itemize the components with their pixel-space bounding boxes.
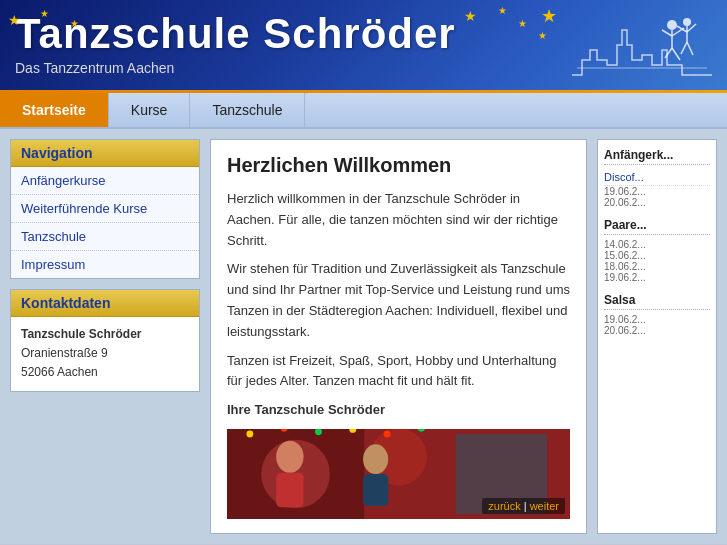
right-date: 18.06.2... bbox=[604, 261, 710, 272]
contact-street: Oranienstraße 9 bbox=[21, 344, 189, 363]
main-title: Herzlichen Willkommen bbox=[227, 154, 570, 177]
sidebar-link-impressum[interactable]: Impressum bbox=[11, 251, 199, 278]
star-decoration: ★ bbox=[518, 18, 527, 29]
right-date: 19.06.2... bbox=[604, 314, 710, 325]
star-decoration: ★ bbox=[541, 5, 557, 27]
right-panel: Anfängerk... Discof... 19.06.2... 20.06.… bbox=[597, 139, 717, 534]
nav-box: Navigation Anfängerkurse Weiterführende … bbox=[10, 139, 200, 279]
svg-point-22 bbox=[246, 431, 253, 438]
main-content: Herzlichen Willkommen Herzlich willkomme… bbox=[210, 139, 587, 534]
right-section-title-1: Anfängerk... bbox=[604, 148, 710, 165]
main-paragraph-3: Tanzen ist Freizeit, Spaß, Sport, Hobby … bbox=[227, 351, 570, 393]
contact-info: Tanzschule Schröder Oranienstraße 9 5206… bbox=[11, 317, 199, 391]
svg-rect-19 bbox=[276, 473, 303, 507]
svg-line-2 bbox=[662, 30, 672, 36]
main-paragraph-2: Wir stehen für Tradition und Zuverlässig… bbox=[227, 259, 570, 342]
right-date: 20.06.2... bbox=[604, 325, 710, 336]
contact-box-title: Kontaktdaten bbox=[11, 290, 199, 317]
star-decoration: ★ bbox=[70, 18, 79, 29]
sidebar-link-anfaenger[interactable]: Anfängerkurse bbox=[11, 167, 199, 195]
main-image: zurück | weiter bbox=[227, 429, 570, 519]
nav-kurse[interactable]: Kurse bbox=[109, 93, 191, 127]
sidebar: Navigation Anfängerkurse Weiterführende … bbox=[10, 139, 200, 534]
contact-city: 52066 Aachen bbox=[21, 363, 189, 382]
right-date: 14.06.2... bbox=[604, 239, 710, 250]
nav-box-title: Navigation bbox=[11, 140, 199, 167]
star-decoration: ★ bbox=[40, 8, 49, 19]
svg-point-0 bbox=[667, 20, 677, 30]
nav-tanzschule[interactable]: Tanzschule bbox=[190, 93, 305, 127]
right-section-anfaenger: Anfängerk... Discof... 19.06.2... 20.06.… bbox=[604, 148, 710, 208]
star-decoration: ★ bbox=[498, 5, 507, 16]
nav-startseite[interactable]: Startseite bbox=[0, 93, 109, 127]
sidebar-link-tanzschule[interactable]: Tanzschule bbox=[11, 223, 199, 251]
svg-point-6 bbox=[683, 18, 691, 26]
right-date: 19.06.2... bbox=[604, 186, 710, 197]
right-section-title-2: Paare... bbox=[604, 218, 710, 235]
right-date: 19.06.2... bbox=[604, 272, 710, 283]
right-section-salsa: Salsa 19.06.2... 20.06.2... bbox=[604, 293, 710, 336]
right-date: 20.06.2... bbox=[604, 197, 710, 208]
header: ★ ★ ★ ★ ★ ★ ★ ★ Tanzschule Schröder Das … bbox=[0, 0, 727, 90]
svg-point-18 bbox=[276, 441, 303, 473]
main-signature: Ihre Tanzschule Schröder bbox=[227, 402, 570, 417]
content-area: Navigation Anfängerkurse Weiterführende … bbox=[0, 129, 727, 544]
svg-point-20 bbox=[363, 444, 388, 474]
image-nav[interactable]: zurück | weiter bbox=[482, 498, 565, 514]
nav-fwd-label[interactable]: weiter bbox=[530, 500, 559, 512]
svg-line-11 bbox=[687, 42, 693, 55]
star-decoration: ★ bbox=[464, 8, 477, 24]
sidebar-link-weiterfuehrend[interactable]: Weiterführende Kurse bbox=[11, 195, 199, 223]
nav-back-label[interactable]: zurück bbox=[488, 500, 520, 512]
svg-line-10 bbox=[681, 42, 687, 54]
contact-name: Tanzschule Schröder bbox=[21, 325, 189, 344]
right-section-paare: Paare... 14.06.2... 15.06.2... 18.06.2..… bbox=[604, 218, 710, 283]
svg-point-26 bbox=[384, 431, 391, 438]
svg-rect-21 bbox=[363, 474, 388, 506]
right-item[interactable]: Discof... bbox=[604, 169, 710, 186]
logo bbox=[572, 10, 712, 80]
right-section-title-3: Salsa bbox=[604, 293, 710, 310]
svg-line-5 bbox=[672, 48, 680, 60]
contact-box: Kontaktdaten Tanzschule Schröder Oranien… bbox=[10, 289, 200, 392]
star-decoration: ★ bbox=[538, 30, 547, 41]
star-decoration: ★ bbox=[8, 12, 21, 28]
main-paragraph-1: Herzlich willkommen in der Tanzschule Sc… bbox=[227, 189, 570, 251]
navbar: Startseite Kurse Tanzschule bbox=[0, 93, 727, 129]
right-date: 15.06.2... bbox=[604, 250, 710, 261]
